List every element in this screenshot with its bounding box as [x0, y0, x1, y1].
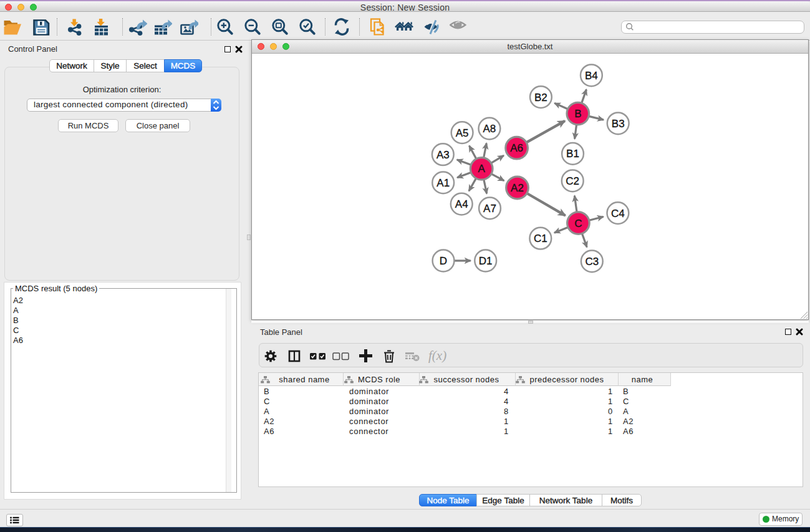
svg-text:A5: A5: [456, 127, 469, 139]
svg-text:A6: A6: [510, 142, 523, 154]
svg-text:B: B: [574, 108, 581, 120]
svg-text:B3: B3: [612, 118, 625, 130]
svg-text:C2: C2: [566, 175, 579, 187]
svg-text:C4: C4: [611, 208, 625, 220]
svg-text:A1: A1: [436, 177, 450, 189]
svg-text:B1: B1: [566, 148, 579, 160]
svg-text:B4: B4: [585, 70, 598, 82]
svg-text:B2: B2: [534, 92, 547, 104]
svg-text:A8: A8: [483, 123, 496, 135]
svg-text:A4: A4: [455, 198, 468, 210]
svg-text:C: C: [574, 218, 582, 230]
svg-text:A2: A2: [511, 182, 524, 194]
svg-text:A: A: [478, 163, 486, 175]
svg-text:D: D: [440, 255, 447, 267]
svg-text:C3: C3: [585, 256, 599, 268]
svg-text:A7: A7: [483, 203, 496, 215]
svg-text:D1: D1: [479, 255, 493, 267]
svg-text:A3: A3: [436, 149, 450, 161]
svg-text:C1: C1: [534, 233, 547, 244]
